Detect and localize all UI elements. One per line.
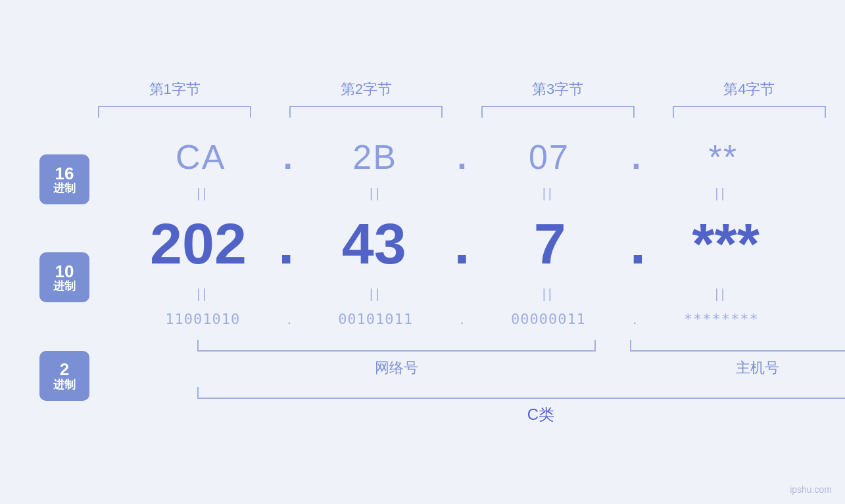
dec-b2: 43 bbox=[294, 210, 454, 277]
dec-b4: *** bbox=[646, 210, 806, 277]
watermark: ipshu.com bbox=[790, 484, 832, 495]
dec-dot2: . bbox=[454, 210, 470, 277]
hex-b1: CA bbox=[118, 137, 283, 177]
bracket-bottom-row bbox=[197, 340, 845, 352]
bin-b4: ******** bbox=[637, 311, 806, 327]
bin-row: 11001010 . 00101011 . 00000011 . *******… bbox=[118, 304, 806, 334]
dec-b1: 202 bbox=[118, 210, 278, 277]
hex-b2: 2B bbox=[293, 137, 457, 177]
bin-b1: 11001010 bbox=[118, 311, 287, 327]
eq2-b4: || bbox=[637, 286, 806, 302]
column-headers: 第1字节 第2字节 第3字节 第4字节 bbox=[79, 80, 845, 99]
bottom-brackets-area: 网络号 主机号 C类 bbox=[197, 340, 845, 425]
eq2-b2: || bbox=[291, 286, 460, 302]
eq1-b1: || bbox=[118, 186, 287, 201]
dec-dot1: . bbox=[278, 210, 294, 277]
net-bracket bbox=[197, 340, 596, 352]
hex-badge: 16 进制 bbox=[39, 154, 89, 204]
dec-badge: 10 进制 bbox=[39, 252, 89, 302]
hex-b4: ** bbox=[641, 137, 806, 177]
col-header-1: 第1字节 bbox=[79, 80, 270, 99]
col-header-3: 第3字节 bbox=[462, 80, 654, 99]
class-label: C类 bbox=[197, 399, 845, 425]
net-label: 网络号 bbox=[197, 354, 596, 378]
hex-dot1: . bbox=[283, 137, 292, 177]
col-header-2: 第2字节 bbox=[270, 80, 462, 99]
hex-dot3: . bbox=[631, 137, 640, 177]
eq1-b2: || bbox=[291, 186, 460, 201]
data-grid: CA . 2B . 07 . ** || . || . || . || 202 bbox=[118, 131, 806, 425]
eq1-b4: || bbox=[637, 186, 806, 201]
class-bracket-row bbox=[197, 387, 845, 399]
class-label-row: C类 bbox=[197, 399, 845, 425]
top-brackets bbox=[79, 106, 845, 118]
hex-b3: 07 bbox=[467, 137, 631, 177]
class-bracket bbox=[197, 387, 845, 399]
host-label: 主机号 bbox=[630, 354, 845, 378]
row-labels: 16 进制 10 进制 2 进制 bbox=[39, 131, 118, 425]
eq2-b3: || bbox=[464, 286, 633, 302]
bin-b2: 00101011 bbox=[291, 311, 460, 327]
bin-badge: 2 进制 bbox=[39, 351, 89, 401]
dec-row: 202 . 43 . 7 . *** bbox=[118, 204, 806, 284]
equals-row-1: || . || . || . || bbox=[118, 183, 806, 204]
hex-dot2: . bbox=[457, 137, 466, 177]
content-area: 16 进制 10 进制 2 进制 CA . 2B . 07 . ** bbox=[39, 131, 806, 425]
bin-b3: 00000011 bbox=[464, 311, 633, 327]
hex-row: CA . 2B . 07 . ** bbox=[118, 131, 806, 183]
label-row: 网络号 主机号 bbox=[197, 354, 845, 378]
dec-dot3: . bbox=[630, 210, 646, 277]
eq2-b1: || bbox=[118, 286, 287, 302]
host-bracket bbox=[630, 340, 845, 352]
main-container: 第1字节 第2字节 第3字节 第4字节 16 进制 10 进制 2 进制 bbox=[0, 0, 845, 504]
col-header-4: 第4字节 bbox=[654, 80, 845, 99]
equals-row-2: || . || . || . || bbox=[118, 284, 806, 304]
eq1-b3: || bbox=[464, 186, 633, 201]
dec-b3: 7 bbox=[470, 210, 630, 277]
